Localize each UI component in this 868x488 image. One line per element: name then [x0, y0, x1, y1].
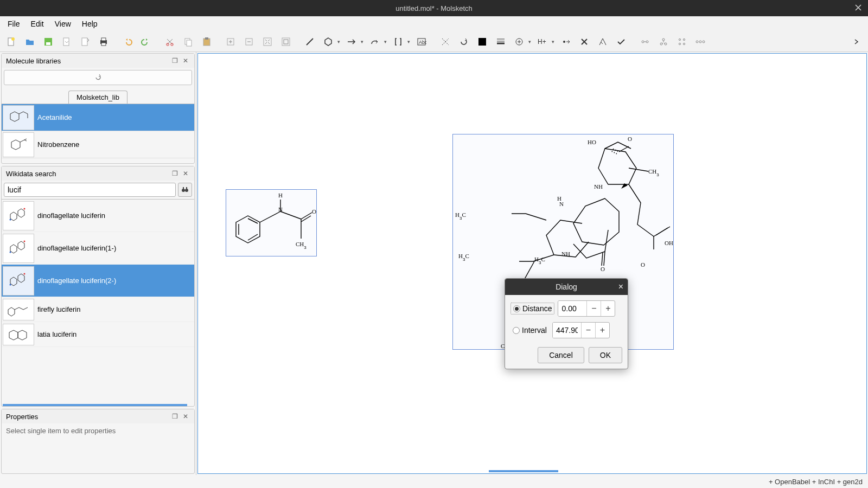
panel-float-icon[interactable]: ❐ — [170, 169, 179, 178]
draw-tool-icon[interactable] — [303, 35, 317, 49]
window-close-icon[interactable] — [854, 3, 863, 12]
cut-icon[interactable] — [163, 35, 177, 49]
hydrogen-tool-icon[interactable]: H+ — [535, 35, 550, 49]
new-file-icon[interactable] — [4, 35, 18, 49]
wikidata-results-list: dinoflagellate luciferin dinoflagellate … — [2, 199, 194, 406]
dialog-close-icon[interactable]: × — [618, 282, 623, 292]
select-tool-icon[interactable] — [438, 35, 452, 49]
interval-increment-button[interactable]: + — [595, 323, 609, 338]
wikidata-result-item[interactable]: latia luciferin — [2, 322, 194, 347]
svg-marker-49 — [10, 245, 17, 253]
paste-icon[interactable] — [200, 35, 214, 49]
drawing-canvas[interactable]: H N O CH3 — [197, 53, 867, 474]
library-item-acetanilide[interactable]: Acetanilide — [2, 104, 194, 131]
svg-text:CH3: CH3 — [648, 168, 659, 177]
zoom-reset-icon[interactable] — [279, 35, 293, 49]
align-tool-icon[interactable] — [596, 35, 610, 49]
redo-icon[interactable] — [139, 35, 153, 49]
panel-float-icon[interactable]: ❐ — [170, 412, 179, 421]
menu-file[interactable]: File — [2, 17, 25, 30]
bracket-dropdown-icon[interactable]: ▾ — [406, 39, 411, 44]
save-as-icon[interactable] — [60, 35, 74, 49]
linewidth-tool-icon[interactable] — [494, 35, 508, 49]
copy-icon[interactable] — [181, 35, 195, 49]
charge-tool-icon[interactable] — [512, 35, 526, 49]
panel-close-icon[interactable]: ✕ — [181, 169, 190, 178]
hydrogen-dropdown-icon[interactable]: ▾ — [550, 39, 556, 44]
export-icon[interactable] — [78, 35, 92, 49]
radio-icon — [513, 327, 520, 334]
molecule-thumb-icon — [3, 324, 34, 345]
distance-decrement-button[interactable]: − — [586, 301, 601, 316]
svg-text:CH3: CH3 — [296, 241, 307, 250]
wikidata-result-item[interactable]: firefly luciferin — [2, 297, 194, 322]
menu-help[interactable]: Help — [76, 17, 103, 30]
library-item-nitrobenzene[interactable]: Nitrobenzene — [2, 131, 194, 158]
menubar: File Edit View Help — [0, 16, 868, 31]
print-icon[interactable] — [97, 35, 111, 49]
panel-close-icon[interactable]: ✕ — [181, 412, 190, 421]
radio-interval[interactable]: Interval — [510, 325, 549, 336]
library-refresh-button[interactable] — [4, 70, 192, 85]
zoom-fit-icon[interactable] — [260, 35, 275, 49]
distance-increment-button[interactable]: + — [601, 301, 615, 316]
radio-distance[interactable]: Distance — [510, 303, 554, 314]
atom-tool-4-icon[interactable] — [693, 35, 707, 49]
wikidata-result-item[interactable]: dinoflagellate luciferin(1-) — [2, 232, 194, 265]
dialog-titlebar[interactable]: Dialog × — [505, 279, 628, 295]
distance-input[interactable] — [558, 301, 586, 316]
radio-distance-label: Distance — [522, 304, 552, 313]
scroll-indicator[interactable] — [3, 404, 187, 406]
zoom-in-icon[interactable] — [224, 35, 238, 49]
wikidata-result-label: latia luciferin — [37, 330, 76, 338]
wikidata-result-item[interactable]: dinoflagellate luciferin — [2, 200, 194, 232]
save-file-icon[interactable] — [41, 35, 55, 49]
dialog-ok-button[interactable]: OK — [589, 347, 622, 363]
svg-text:O: O — [312, 208, 316, 215]
canvas-scroll-indicator[interactable] — [489, 470, 558, 472]
wikidata-search-button[interactable] — [178, 183, 192, 197]
delete-tool-icon[interactable] — [577, 35, 591, 49]
arrow-tool-icon[interactable] — [344, 35, 359, 49]
sidebar: Molecule libraries ❐ ✕ Molsketch_lib Ace… — [0, 52, 196, 475]
undo-icon[interactable] — [120, 35, 135, 49]
interval-decrement-button[interactable]: − — [581, 323, 595, 338]
lonepair-tool-icon[interactable] — [559, 35, 573, 49]
zoom-out-icon[interactable] — [242, 35, 256, 49]
overflow-icon[interactable] — [850, 35, 864, 49]
color-tool-icon[interactable] — [475, 35, 489, 49]
rotate-tool-icon[interactable] — [457, 35, 471, 49]
menu-edit[interactable]: Edit — [25, 17, 49, 30]
library-item-label: Acetanilide — [37, 113, 72, 121]
svg-point-26 — [563, 41, 565, 43]
menu-view[interactable]: View — [49, 17, 76, 30]
wikidata-search-input[interactable] — [4, 183, 176, 197]
canvas-area: H N O CH3 — [196, 52, 868, 475]
atom-tool-2-icon[interactable] — [656, 35, 671, 49]
selection-box[interactable]: H N O CH3 — [226, 189, 317, 256]
wikidata-result-label: dinoflagellate luciferin — [37, 211, 105, 220]
curve-arrow-dropdown-icon[interactable]: ▾ — [382, 39, 388, 44]
cleanup-tool-icon[interactable] — [614, 35, 628, 49]
bracket-tool-icon[interactable] — [391, 35, 405, 49]
charge-dropdown-icon[interactable]: ▾ — [527, 39, 532, 44]
atom-tool-3-icon[interactable] — [675, 35, 689, 49]
text-tool-icon[interactable]: Abc — [414, 35, 429, 49]
svg-point-28 — [646, 41, 648, 43]
panel-float-icon[interactable]: ❐ — [170, 56, 179, 65]
library-tab[interactable]: Molsketch_lib — [68, 91, 127, 104]
svg-marker-54 — [18, 274, 24, 282]
curve-arrow-tool-icon[interactable] — [368, 35, 382, 49]
svg-line-66 — [280, 211, 301, 219]
svg-rect-18 — [282, 38, 290, 46]
atom-tool-1-icon[interactable] — [638, 35, 652, 49]
interval-input[interactable] — [553, 323, 581, 338]
open-file-icon[interactable] — [23, 35, 37, 49]
dialog-cancel-button[interactable]: Cancel — [538, 347, 584, 363]
wikidata-result-item[interactable]: dinoflagellate luciferin(2-) — [2, 265, 194, 297]
panel-close-icon[interactable]: ✕ — [181, 56, 190, 65]
ring-dropdown-icon[interactable]: ▾ — [336, 39, 341, 44]
molecule-acetanilide: H N O CH3 — [226, 190, 317, 257]
arrow-dropdown-icon[interactable]: ▾ — [359, 39, 365, 44]
ring-tool-icon[interactable] — [321, 35, 335, 49]
